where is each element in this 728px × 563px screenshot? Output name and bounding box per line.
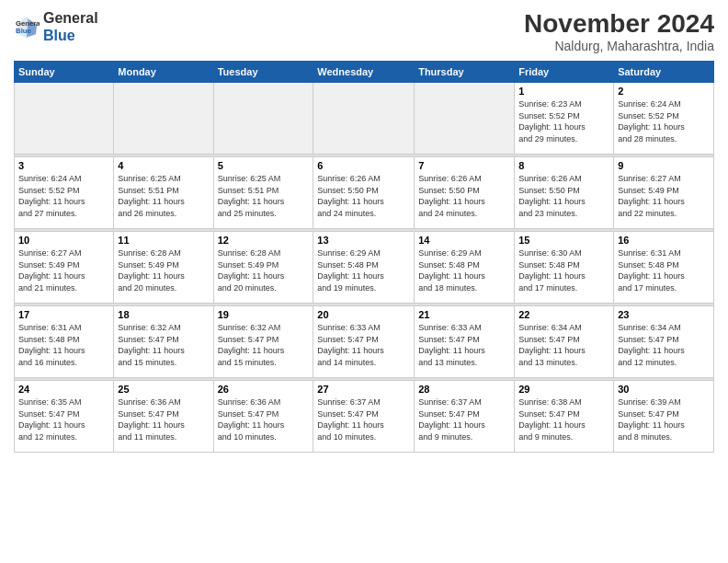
day-cell: 10Sunrise: 6:27 AM Sunset: 5:49 PM Dayli…: [15, 232, 114, 304]
day-cell: 25Sunrise: 6:36 AM Sunset: 5:47 PM Dayli…: [114, 381, 213, 453]
day-cell: 28Sunrise: 6:37 AM Sunset: 5:47 PM Dayli…: [415, 381, 515, 453]
day-cell: 19Sunrise: 6:32 AM Sunset: 5:47 PM Dayli…: [213, 306, 313, 378]
week-row-4: 17Sunrise: 6:31 AM Sunset: 5:48 PM Dayli…: [15, 306, 714, 378]
day-cell: 16Sunrise: 6:31 AM Sunset: 5:48 PM Dayli…: [614, 232, 714, 304]
day-info: Sunrise: 6:33 AM Sunset: 5:47 PM Dayligh…: [317, 322, 410, 368]
day-cell: 12Sunrise: 6:28 AM Sunset: 5:49 PM Dayli…: [213, 232, 313, 304]
day-info: Sunrise: 6:25 AM Sunset: 5:51 PM Dayligh…: [118, 173, 209, 219]
day-info: Sunrise: 6:34 AM Sunset: 5:47 PM Dayligh…: [618, 322, 710, 368]
day-info: Sunrise: 6:26 AM Sunset: 5:50 PM Dayligh…: [418, 173, 510, 219]
day-cell: 7Sunrise: 6:26 AM Sunset: 5:50 PM Daylig…: [415, 157, 515, 229]
day-cell: 9Sunrise: 6:27 AM Sunset: 5:49 PM Daylig…: [614, 157, 714, 229]
day-number: 8: [518, 160, 609, 171]
day-number: 10: [18, 235, 109, 246]
week-row-2: 3Sunrise: 6:24 AM Sunset: 5:52 PM Daylig…: [15, 157, 714, 229]
month-title: November 2024: [524, 9, 714, 39]
col-tuesday: Tuesday: [213, 62, 313, 83]
day-number: 1: [518, 86, 609, 97]
day-number: 11: [118, 235, 209, 246]
day-cell: 30Sunrise: 6:39 AM Sunset: 5:47 PM Dayli…: [614, 381, 714, 453]
day-number: 29: [518, 384, 609, 395]
day-cell: 8Sunrise: 6:26 AM Sunset: 5:50 PM Daylig…: [515, 157, 614, 229]
title-area: November 2024 Naldurg, Maharashtra, Indi…: [524, 9, 714, 53]
day-info: Sunrise: 6:31 AM Sunset: 5:48 PM Dayligh…: [618, 247, 710, 293]
svg-text:Blue: Blue: [16, 27, 31, 35]
logo-line1: General: [43, 9, 98, 27]
day-info: Sunrise: 6:30 AM Sunset: 5:48 PM Dayligh…: [518, 247, 609, 293]
day-info: Sunrise: 6:27 AM Sunset: 5:49 PM Dayligh…: [618, 173, 710, 219]
day-cell: 17Sunrise: 6:31 AM Sunset: 5:48 PM Dayli…: [15, 306, 114, 378]
day-cell: 6Sunrise: 6:26 AM Sunset: 5:50 PM Daylig…: [313, 157, 415, 229]
day-number: 19: [218, 309, 310, 320]
col-saturday: Saturday: [614, 62, 714, 83]
day-info: Sunrise: 6:37 AM Sunset: 5:47 PM Dayligh…: [418, 396, 510, 442]
day-info: Sunrise: 6:34 AM Sunset: 5:47 PM Dayligh…: [518, 322, 609, 368]
header: General Blue General Blue November 2024 …: [14, 9, 714, 53]
day-cell: 26Sunrise: 6:36 AM Sunset: 5:47 PM Dayli…: [213, 381, 313, 453]
week-row-3: 10Sunrise: 6:27 AM Sunset: 5:49 PM Dayli…: [15, 232, 714, 304]
day-number: 22: [518, 309, 609, 320]
logo: General Blue General Blue: [14, 9, 98, 44]
day-number: 7: [418, 160, 510, 171]
day-cell: 23Sunrise: 6:34 AM Sunset: 5:47 PM Dayli…: [614, 306, 714, 378]
day-cell: 3Sunrise: 6:24 AM Sunset: 5:52 PM Daylig…: [15, 157, 114, 229]
day-number: 21: [418, 309, 510, 320]
calendar: Sunday Monday Tuesday Wednesday Thursday…: [14, 61, 714, 453]
day-number: 3: [18, 160, 109, 171]
day-cell: 5Sunrise: 6:25 AM Sunset: 5:51 PM Daylig…: [213, 157, 313, 229]
day-cell: [313, 83, 415, 155]
day-cell: 11Sunrise: 6:28 AM Sunset: 5:49 PM Dayli…: [114, 232, 213, 304]
day-number: 16: [618, 235, 710, 246]
day-info: Sunrise: 6:24 AM Sunset: 5:52 PM Dayligh…: [18, 173, 109, 219]
day-cell: 27Sunrise: 6:37 AM Sunset: 5:47 PM Dayli…: [313, 381, 415, 453]
day-info: Sunrise: 6:38 AM Sunset: 5:47 PM Dayligh…: [518, 396, 609, 442]
day-info: Sunrise: 6:25 AM Sunset: 5:51 PM Dayligh…: [218, 173, 310, 219]
logo-line2: Blue: [43, 28, 75, 43]
day-cell: [15, 83, 114, 155]
day-number: 18: [118, 309, 209, 320]
day-number: 5: [218, 160, 310, 171]
day-info: Sunrise: 6:24 AM Sunset: 5:52 PM Dayligh…: [618, 98, 710, 144]
day-info: Sunrise: 6:29 AM Sunset: 5:48 PM Dayligh…: [317, 247, 410, 293]
day-cell: [415, 83, 515, 155]
day-cell: 2Sunrise: 6:24 AM Sunset: 5:52 PM Daylig…: [614, 83, 714, 155]
day-number: 9: [618, 160, 710, 171]
day-cell: 18Sunrise: 6:32 AM Sunset: 5:47 PM Dayli…: [114, 306, 213, 378]
day-cell: [114, 83, 213, 155]
day-number: 2: [618, 86, 710, 97]
day-info: Sunrise: 6:23 AM Sunset: 5:52 PM Dayligh…: [518, 98, 609, 144]
day-cell: 1Sunrise: 6:23 AM Sunset: 5:52 PM Daylig…: [515, 83, 614, 155]
day-number: 30: [618, 384, 710, 395]
header-row: Sunday Monday Tuesday Wednesday Thursday…: [15, 62, 714, 83]
day-number: 6: [317, 160, 410, 171]
day-cell: 29Sunrise: 6:38 AM Sunset: 5:47 PM Dayli…: [515, 381, 614, 453]
day-number: 14: [418, 235, 510, 246]
day-number: 20: [317, 309, 410, 320]
day-cell: [213, 83, 313, 155]
day-info: Sunrise: 6:26 AM Sunset: 5:50 PM Dayligh…: [317, 173, 410, 219]
day-cell: 24Sunrise: 6:35 AM Sunset: 5:47 PM Dayli…: [15, 381, 114, 453]
day-number: 12: [218, 235, 310, 246]
day-cell: 22Sunrise: 6:34 AM Sunset: 5:47 PM Dayli…: [515, 306, 614, 378]
day-cell: 4Sunrise: 6:25 AM Sunset: 5:51 PM Daylig…: [114, 157, 213, 229]
day-info: Sunrise: 6:39 AM Sunset: 5:47 PM Dayligh…: [618, 396, 710, 442]
day-info: Sunrise: 6:27 AM Sunset: 5:49 PM Dayligh…: [18, 247, 109, 293]
day-cell: 20Sunrise: 6:33 AM Sunset: 5:47 PM Dayli…: [313, 306, 415, 378]
day-number: 4: [118, 160, 209, 171]
day-info: Sunrise: 6:35 AM Sunset: 5:47 PM Dayligh…: [18, 396, 109, 442]
col-thursday: Thursday: [415, 62, 515, 83]
page: General Blue General Blue November 2024 …: [0, 0, 728, 563]
day-info: Sunrise: 6:31 AM Sunset: 5:48 PM Dayligh…: [18, 322, 109, 368]
svg-text:General: General: [16, 19, 40, 28]
subtitle: Naldurg, Maharashtra, India: [524, 39, 714, 53]
day-number: 15: [518, 235, 609, 246]
logo-text: General Blue: [43, 9, 98, 44]
day-cell: 21Sunrise: 6:33 AM Sunset: 5:47 PM Dayli…: [415, 306, 515, 378]
day-info: Sunrise: 6:36 AM Sunset: 5:47 PM Dayligh…: [218, 396, 310, 442]
day-cell: 13Sunrise: 6:29 AM Sunset: 5:48 PM Dayli…: [313, 232, 415, 304]
day-cell: 14Sunrise: 6:29 AM Sunset: 5:48 PM Dayli…: [415, 232, 515, 304]
day-number: 23: [618, 309, 710, 320]
week-row-5: 24Sunrise: 6:35 AM Sunset: 5:47 PM Dayli…: [15, 381, 714, 453]
day-info: Sunrise: 6:32 AM Sunset: 5:47 PM Dayligh…: [218, 322, 310, 368]
day-number: 17: [18, 309, 109, 320]
